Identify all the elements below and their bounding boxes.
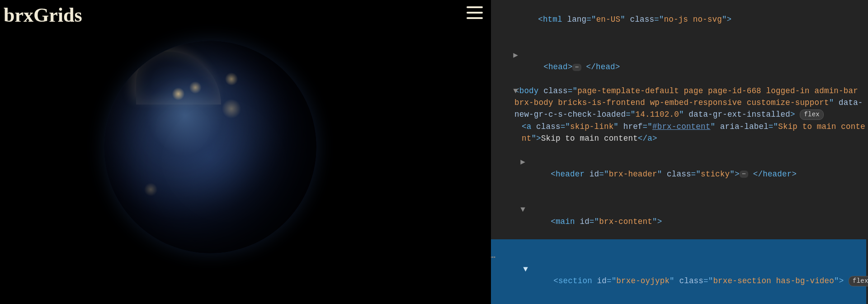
expand-caret-icon[interactable]: ▶ <box>513 156 525 168</box>
dom-node-html[interactable]: <html lang="en-US" class="no-js no-svg"> <box>495 2 866 38</box>
dom-node-selected-section[interactable]: ⋯ ▼ <section id="brxe-oyjypk" class="brx… <box>491 239 866 299</box>
dom-node-main[interactable]: ▼ <main id="brx-content"> <box>495 192 866 239</box>
collapse-caret-icon[interactable]: ▼ <box>513 204 525 215</box>
collapse-caret-icon[interactable]: ▼ <box>505 85 518 97</box>
elements-tree[interactable]: <html lang="en-US" class="no-js no-svg">… <box>491 0 868 304</box>
flex-badge[interactable]: flex <box>800 109 823 120</box>
dom-node-skip-link[interactable]: <a class="skip-link" href="#brx-content"… <box>495 121 866 145</box>
ellipsis-icon[interactable]: ⋯ <box>572 64 581 71</box>
devtools-panel: <html lang="en-US" class="no-js no-svg">… <box>491 0 868 304</box>
dom-node-body[interactable]: ▼ <body class="page-template-default pag… <box>495 85 866 121</box>
background-video-frame <box>104 41 316 253</box>
flex-badge[interactable]: flex <box>849 276 868 286</box>
site-brand: brxGrids <box>4 4 82 27</box>
collapse-caret-icon[interactable]: ▼ <box>515 263 528 275</box>
dom-node-head[interactable]: ▶ <head>⋯ </head> <box>495 38 866 85</box>
hamburger-menu-icon[interactable] <box>467 6 483 19</box>
dom-node-header[interactable]: ▶ <header id="brx-header" class="sticky"… <box>495 144 866 192</box>
expand-caret-icon[interactable]: ▶ <box>505 49 518 61</box>
rendered-page: brxGrids <box>0 0 491 304</box>
gutter-more-icon[interactable]: ⋯ <box>491 251 495 265</box>
dom-node-selected-marker: == $0 <box>491 299 866 304</box>
ellipsis-icon[interactable]: ⋯ <box>740 171 748 178</box>
